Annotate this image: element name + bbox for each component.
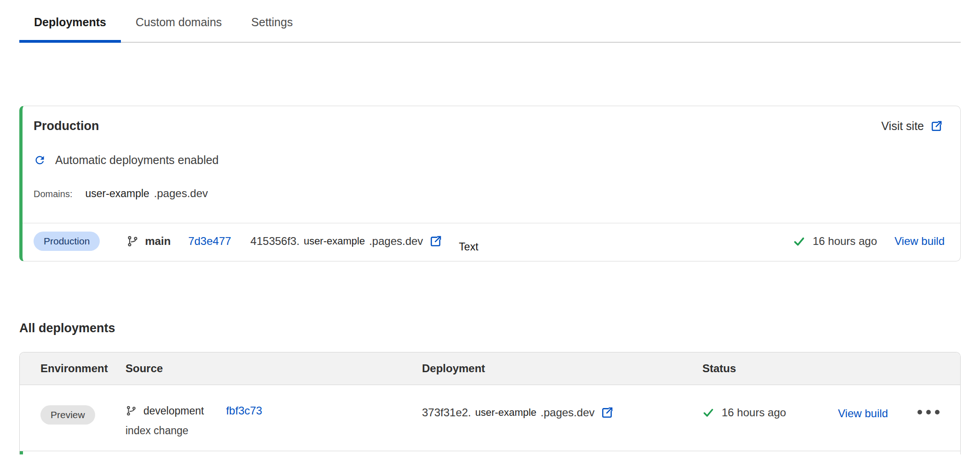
refresh-icon: [34, 154, 46, 166]
deployment-suffix: .pages.dev: [369, 235, 423, 248]
deployment-domain: user-example: [304, 235, 365, 247]
domain-name: user-example: [85, 187, 149, 200]
table-row: Preview development fbf3c73: [20, 385, 960, 451]
deployment-suffix: .pages.dev: [541, 406, 594, 419]
column-header-source: Source: [125, 362, 422, 375]
visit-site-link[interactable]: Visit site: [881, 119, 943, 133]
deployment-time: 16 hours ago: [813, 235, 877, 248]
environment-badge-preview: Preview: [40, 405, 95, 425]
next-row-production-indicator: [20, 451, 960, 454]
production-card: Production Visit site Automatic deploym: [19, 106, 961, 261]
check-icon: [793, 235, 805, 248]
table-header-row: Environment Source Deployment Status: [20, 352, 960, 385]
check-icon: [702, 407, 714, 419]
external-link-icon: [601, 406, 614, 419]
column-header-environment: Environment: [40, 362, 125, 375]
auto-deployments-status: Automatic deployments enabled: [23, 153, 960, 167]
deployment-url-link[interactable]: 415356f3. user-example .pages.dev: [251, 235, 442, 248]
column-header-status: Status: [702, 362, 838, 375]
tab-custom-domains[interactable]: Custom domains: [121, 11, 237, 43]
all-deployments-title: All deployments: [19, 321, 961, 335]
deployment-time: 16 hours ago: [722, 406, 786, 419]
environment-badge-production: Production: [34, 232, 100, 251]
commit-hash-link[interactable]: 7d3e477: [188, 235, 231, 248]
tab-settings[interactable]: Settings: [237, 11, 308, 43]
page: Deployments Custom domains Settings Prod…: [0, 0, 980, 454]
view-build-link[interactable]: View build: [838, 407, 888, 420]
view-build-link[interactable]: View build: [895, 235, 945, 248]
column-header-deployment: Deployment: [422, 362, 702, 375]
domains-row: Domains: user-example .pages.dev: [23, 187, 960, 200]
visit-site-label: Visit site: [881, 119, 924, 133]
git-branch-icon: [125, 405, 137, 416]
tab-deployments[interactable]: Deployments: [19, 11, 121, 43]
deployment-domain: user-example: [475, 407, 536, 419]
deployment-url-link[interactable]: 373f31e2. user-example .pages.dev: [422, 406, 702, 419]
external-link-icon: [930, 120, 943, 132]
domains-label: Domains:: [34, 189, 72, 199]
commit-hash-link[interactable]: fbf3c73: [226, 404, 262, 417]
deployment-id: 415356f3.: [251, 235, 300, 248]
deployments-table: Environment Source Deployment Status Pre…: [19, 352, 961, 454]
external-link-icon: [429, 235, 442, 248]
tab-bar: Deployments Custom domains Settings: [19, 0, 961, 43]
production-card-title: Production: [34, 119, 99, 133]
deployment-id: 373f31e2.: [422, 406, 471, 419]
production-deployment-row: Production main 7d3e477 415356f3. user-e…: [23, 223, 960, 261]
commit-message: Text: [459, 241, 478, 253]
auto-deployments-text: Automatic deployments enabled: [55, 153, 219, 167]
ellipsis-icon: [917, 410, 940, 414]
branch-name: development: [143, 405, 204, 417]
row-menu-button[interactable]: [912, 410, 940, 414]
domain-suffix: .pages.dev: [154, 187, 208, 200]
git-branch-icon: [126, 235, 138, 247]
commit-message: index change: [125, 425, 422, 437]
branch-name: main: [145, 235, 171, 248]
